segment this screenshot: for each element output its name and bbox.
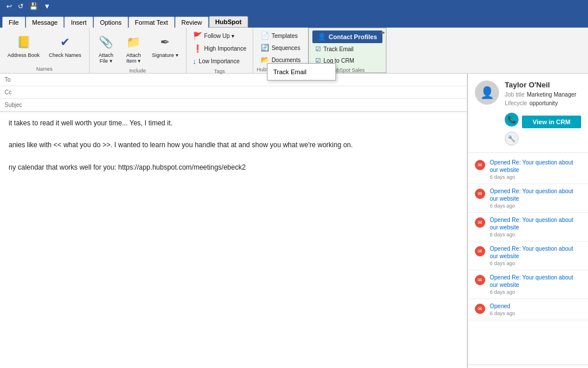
contact-profiles-icon: 👤 bbox=[318, 33, 326, 41]
ribbon-group-include: 📎 AttachFile ▾ 📁 AttachItem ▾ ✒ Signatur… bbox=[90, 28, 187, 73]
sidebar-footer: ⌃ ◀ ▶ bbox=[468, 365, 588, 368]
contact-profiles-label: Contact Profiles bbox=[328, 33, 377, 40]
activity-item: ✉ Opened 6 days ago bbox=[468, 299, 588, 320]
signature-icon: ✒ bbox=[156, 33, 175, 51]
activity-title-3[interactable]: Opened Re: Your question about our websi… bbox=[490, 245, 581, 260]
ribbon: 📒 Address Book ✔ Check Names Names 📎 Att… bbox=[0, 28, 588, 74]
track-email-dropdown-item[interactable]: Track Email bbox=[268, 66, 335, 78]
contact-profiles-button[interactable]: 👤 Contact Profiles bbox=[312, 30, 382, 43]
signature-button[interactable]: ✒ Signature ▾ bbox=[148, 30, 183, 61]
documents-label: Documents bbox=[272, 57, 301, 63]
undo-button[interactable]: ↩ bbox=[5, 1, 14, 12]
activity-title-5[interactable]: Opened bbox=[490, 302, 581, 310]
names-group-label: Names bbox=[36, 65, 53, 73]
names-group-items: 📒 Address Book ✔ Check Names bbox=[3, 30, 86, 65]
email-body[interactable]: it takes to read it well worth your time… bbox=[0, 112, 467, 368]
track-email-check-icon: ☑ bbox=[315, 45, 321, 53]
subject-input[interactable] bbox=[22, 102, 462, 109]
redo-button[interactable]: ↺ bbox=[16, 1, 25, 12]
sequences-button[interactable]: 🔄 Sequences bbox=[258, 42, 304, 53]
activity-time-4: 6 days ago bbox=[490, 289, 581, 295]
avatar-icon: 👤 bbox=[480, 86, 494, 99]
quick-access-toolbar: ↩ ↺ 💾 ▼ bbox=[0, 0, 588, 13]
address-book-icon: 📒 bbox=[14, 33, 33, 51]
low-importance-button[interactable]: ↓ Low Importance bbox=[190, 55, 249, 67]
check-names-label: Check Names bbox=[49, 52, 82, 58]
activity-title-2[interactable]: Opened Re: Your question about our websi… bbox=[490, 216, 581, 231]
tab-review[interactable]: Review bbox=[175, 17, 208, 28]
ribbon-group-tags: 🚩 Follow Up ▾ ❗ High Importance ↓ Low Im… bbox=[187, 28, 253, 73]
activity-title-1[interactable]: Opened Re: Your question about our websi… bbox=[490, 187, 581, 202]
track-email-ribbon-button[interactable]: ☑ Track Email bbox=[312, 44, 382, 55]
attach-file-button[interactable]: 📎 AttachFile ▾ bbox=[93, 30, 119, 67]
attach-item-button[interactable]: 📁 AttachItem ▾ bbox=[121, 30, 147, 67]
subject-label: Subject bbox=[5, 102, 22, 108]
templates-icon: 📄 bbox=[261, 32, 269, 40]
high-importance-label: High Importance bbox=[204, 45, 246, 52]
cc-input[interactable] bbox=[22, 89, 462, 96]
activity-time-1: 6 days ago bbox=[490, 203, 581, 209]
templates-button[interactable]: 📄 Templates bbox=[258, 30, 304, 41]
check-names-icon: ✔ bbox=[56, 33, 74, 51]
activity-time-0: 6 days ago bbox=[490, 174, 581, 180]
activity-item: ✉ Opened Re: Your question about our web… bbox=[468, 270, 588, 299]
address-book-button[interactable]: 📒 Address Book bbox=[3, 30, 44, 61]
tab-message[interactable]: Message bbox=[26, 17, 64, 28]
activity-icon-3: ✉ bbox=[475, 246, 485, 256]
body-line-3: anies like with << what you do >>. I wan… bbox=[9, 140, 458, 151]
track-email-ribbon-label: Track Email bbox=[323, 46, 353, 52]
track-email-dropdown-label: Track Email bbox=[273, 68, 307, 75]
tab-hubspot[interactable]: HubSpot bbox=[209, 16, 248, 28]
email-fields: To Cc Subject bbox=[0, 74, 467, 112]
follow-up-label: Follow Up ▾ bbox=[204, 33, 234, 39]
activity-icon-4: ✉ bbox=[475, 275, 485, 285]
tags-column: 🚩 Follow Up ▾ ❗ High Importance ↓ Low Im… bbox=[190, 30, 249, 67]
to-input[interactable] bbox=[22, 76, 462, 83]
job-title-label: Job title bbox=[505, 91, 524, 98]
attach-item-label: AttachItem ▾ bbox=[126, 52, 141, 64]
activity-title-0[interactable]: Opened Re: Your question about our websi… bbox=[490, 159, 581, 174]
tab-format-text[interactable]: Format Text bbox=[129, 17, 175, 28]
high-importance-icon: ❗ bbox=[193, 44, 202, 53]
include-group-label: Include bbox=[129, 67, 146, 75]
cc-label: Cc bbox=[5, 89, 22, 95]
follow-up-button[interactable]: 🚩 Follow Up ▾ bbox=[190, 30, 249, 42]
activity-icon-5: ✉ bbox=[475, 304, 485, 314]
low-importance-icon: ↓ bbox=[193, 57, 197, 66]
view-crm-button[interactable]: View in CRM bbox=[522, 116, 581, 128]
activity-icon-0: ✉ bbox=[475, 160, 485, 170]
to-label: To bbox=[5, 76, 22, 83]
activity-time-2: 6 days ago bbox=[490, 232, 581, 237]
tags-group-label: Tags bbox=[214, 67, 225, 75]
body-line-4 bbox=[9, 151, 458, 162]
email-icon: ✉ bbox=[478, 220, 482, 225]
body-line-2 bbox=[9, 129, 458, 140]
signature-label: Signature ▾ bbox=[152, 52, 179, 58]
to-field-row: To bbox=[0, 74, 467, 86]
attach-file-label: AttachFile ▾ bbox=[99, 52, 114, 64]
tab-file[interactable]: File bbox=[2, 17, 25, 28]
activity-title-4[interactable]: Opened Re: Your question about our websi… bbox=[490, 274, 581, 289]
high-importance-button[interactable]: ❗ High Importance bbox=[190, 43, 249, 55]
save-button[interactable]: 💾 bbox=[28, 1, 40, 12]
address-book-label: Address Book bbox=[7, 52, 40, 58]
activity-text-3: Opened Re: Your question about our websi… bbox=[490, 245, 581, 266]
activity-text-2: Opened Re: Your question about our websi… bbox=[490, 216, 581, 237]
activity-text-5: Opened 6 days ago bbox=[490, 302, 581, 316]
activity-item: ✉ Opened Re: Your question about our web… bbox=[468, 184, 588, 213]
low-importance-label: Low Importance bbox=[199, 58, 239, 64]
check-names-button[interactable]: ✔ Check Names bbox=[45, 30, 86, 61]
activity-time-3: 6 days ago bbox=[490, 260, 581, 266]
attach-file-icon: 📎 bbox=[97, 33, 115, 51]
dropdown-arrow[interactable]: ▼ bbox=[42, 1, 52, 12]
email-area: To Cc Subject it takes to read it well w… bbox=[0, 74, 467, 368]
activity-icon-2: ✉ bbox=[475, 217, 485, 228]
collapse-button[interactable]: ⬌ bbox=[380, 29, 385, 36]
body-line-1: it takes to read it well worth your time… bbox=[9, 118, 458, 129]
call-button[interactable]: 📞 bbox=[505, 113, 519, 126]
tab-insert[interactable]: Insert bbox=[64, 17, 93, 28]
hs-sales-items: 👤 Contact Profiles ☑ Track Email ☑ Log t… bbox=[312, 30, 382, 66]
tab-options[interactable]: Options bbox=[94, 17, 128, 28]
main-area: To Cc Subject it takes to read it well w… bbox=[0, 74, 588, 368]
more-options-button[interactable]: 🔧 bbox=[505, 132, 519, 145]
